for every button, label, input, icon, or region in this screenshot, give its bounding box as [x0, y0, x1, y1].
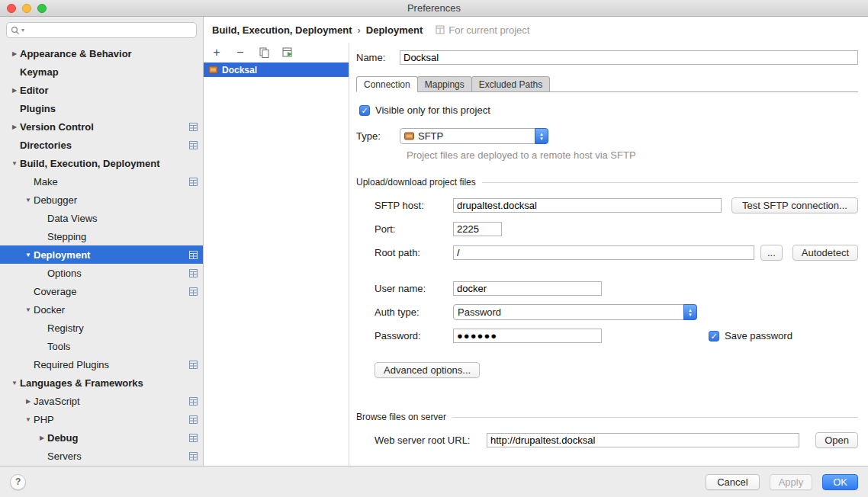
tab-excluded-paths[interactable]: Excluded Paths — [471, 76, 550, 92]
sidebar-item-stepping[interactable]: Stepping — [0, 227, 203, 245]
sidebar-item-deployment[interactable]: ▼Deployment — [0, 245, 203, 264]
sidebar-item-tools[interactable]: Tools — [0, 337, 203, 355]
save-password-label: Save password — [725, 330, 792, 341]
add-server-button[interactable]: + — [211, 46, 223, 59]
sidebar-item-directories[interactable]: Directories — [0, 136, 203, 154]
chevron-right-icon[interactable]: ▶ — [23, 398, 34, 405]
sidebar-item-javascript[interactable]: ▶JavaScript — [0, 392, 203, 410]
server-list-item-docksal[interactable]: Docksal — [204, 63, 349, 77]
sidebar-item-options[interactable]: Options — [0, 264, 203, 282]
sidebar-item-label: PHP — [34, 414, 54, 425]
sidebar-item-label: Registry — [47, 322, 84, 334]
web-root-field[interactable] — [487, 433, 799, 447]
password-field[interactable] — [453, 329, 602, 343]
advanced-options-button[interactable]: Advanced options... — [375, 362, 480, 378]
upload-section-title: Upload/download project files — [356, 177, 476, 188]
sidebar-item-data-views[interactable]: Data Views — [0, 209, 203, 227]
dropdown-stepper-icon: ▲▼ — [683, 304, 697, 320]
autodetect-button[interactable]: Autodetect — [792, 245, 858, 261]
sidebar-item-coverage[interactable]: Coverage — [0, 282, 203, 300]
chevron-down-icon[interactable]: ▼ — [23, 306, 34, 313]
chevron-down-icon[interactable]: ▼ — [23, 252, 34, 258]
sidebar-item-appearance-behavior[interactable]: ▶Appearance & Behavior — [0, 44, 203, 63]
sidebar-item-debugger[interactable]: ▼Debugger — [0, 191, 203, 209]
settings-search-input[interactable] — [26, 24, 192, 37]
sidebar-item-editor[interactable]: ▶Editor — [0, 81, 203, 99]
sidebar-item-label: Languages & Frameworks — [20, 377, 143, 389]
sftp-host-field[interactable] — [453, 198, 722, 213]
sidebar-item-label: Version Control — [20, 121, 94, 133]
sidebar-item-plugins[interactable]: Plugins — [0, 99, 203, 117]
test-sftp-connection-button[interactable]: Test SFTP connection... — [731, 197, 858, 213]
password-label: Password: — [375, 330, 453, 341]
minimize-window-button[interactable] — [22, 4, 31, 13]
visible-only-checkbox[interactable]: ✓ — [359, 105, 370, 116]
project-settings-icon — [189, 415, 198, 424]
root-path-field[interactable] — [453, 245, 754, 260]
chevron-down-icon[interactable]: ▼ — [9, 380, 20, 386]
chevron-down-icon[interactable]: ▼ — [23, 416, 34, 423]
remove-icon: − — [236, 46, 243, 59]
import-config-button[interactable] — [281, 47, 294, 58]
sidebar-item-required-plugins[interactable]: Required Plugins — [0, 355, 203, 374]
preferences-window: Preferences ▾ ▶Appearance & BehaviorKeym… — [0, 0, 868, 497]
sidebar-item-debug[interactable]: ▶Debug — [0, 428, 203, 447]
visible-only-label: Visible only for this project — [375, 104, 490, 116]
sidebar-item-label: Stepping — [47, 231, 86, 242]
sidebar-item-languages-frameworks[interactable]: ▼Languages & Frameworks — [0, 374, 203, 392]
auth-type-label: Auth type: — [375, 306, 453, 318]
chevron-right-icon[interactable]: ▶ — [9, 50, 20, 57]
project-settings-icon — [189, 287, 198, 296]
help-button[interactable]: ? — [10, 474, 26, 490]
apply-button[interactable]: Apply — [770, 474, 813, 490]
project-settings-icon — [189, 452, 198, 460]
cancel-button[interactable]: Cancel — [706, 474, 759, 490]
sidebar-item-make[interactable]: Make — [0, 172, 203, 191]
sidebar-item-label: JavaScript — [34, 396, 80, 407]
sidebar-item-build-execution-deployment[interactable]: ▼Build, Execution, Deployment — [0, 154, 203, 172]
name-field[interactable] — [400, 50, 858, 65]
search-icon — [11, 26, 20, 35]
breadcrumb-item-root[interactable]: Build, Execution, Deployment — [212, 24, 352, 36]
sidebar-item-label: Options — [47, 268, 82, 279]
zoom-window-button[interactable] — [37, 4, 47, 13]
tab-mappings[interactable]: Mappings — [417, 76, 472, 92]
add-icon: + — [213, 46, 220, 59]
sidebar-item-version-control[interactable]: ▶Version Control — [0, 117, 203, 136]
chevron-down-icon[interactable]: ▼ — [9, 160, 20, 167]
project-settings-icon — [189, 269, 198, 277]
auth-type-dropdown[interactable]: Password ▲▼ — [453, 304, 697, 320]
chevron-right-icon[interactable]: ▶ — [9, 87, 20, 94]
sidebar-item-php[interactable]: ▼PHP — [0, 410, 203, 428]
sidebar-item-docker[interactable]: ▼Docker — [0, 300, 203, 319]
close-window-button[interactable] — [7, 4, 16, 13]
search-options-chevron-icon[interactable]: ▾ — [21, 27, 24, 34]
auth-type-value: Password — [458, 306, 501, 318]
settings-tree: ▶Appearance & BehaviorKeymap▶EditorPlugi… — [0, 42, 203, 466]
settings-content: Build, Execution, Deployment › Deploymen… — [204, 17, 868, 466]
tab-connection[interactable]: Connection — [356, 76, 418, 92]
ok-button[interactable]: OK — [822, 474, 858, 490]
user-name-field[interactable] — [453, 281, 602, 296]
sidebar-item-servers[interactable]: Servers — [0, 447, 203, 465]
remove-server-button[interactable]: − — [234, 46, 246, 59]
page-title: Deployment — [366, 24, 423, 36]
type-dropdown[interactable]: SFTP ▲▼ — [400, 128, 548, 144]
save-password-checkbox[interactable]: ✓ — [709, 331, 719, 341]
copy-server-button[interactable] — [258, 47, 270, 58]
chevron-down-icon[interactable]: ▼ — [23, 197, 34, 204]
sidebar-item-registry[interactable]: Registry — [0, 319, 203, 337]
chevron-right-icon[interactable]: ▶ — [9, 123, 20, 130]
project-scope-icon — [436, 25, 445, 34]
sidebar-item-keymap[interactable]: Keymap — [0, 63, 203, 81]
project-settings-icon — [189, 397, 198, 406]
settings-search[interactable]: ▾ — [6, 22, 197, 38]
project-scope: For current project — [436, 24, 529, 36]
port-field[interactable] — [453, 222, 502, 236]
type-value: SFTP — [418, 130, 443, 142]
chevron-right-icon[interactable]: ▶ — [37, 434, 47, 441]
browse-root-path-button[interactable]: ... — [760, 245, 783, 261]
project-scope-label: For current project — [448, 24, 529, 36]
type-label: Type: — [356, 130, 400, 142]
open-url-button[interactable]: Open — [815, 432, 858, 448]
